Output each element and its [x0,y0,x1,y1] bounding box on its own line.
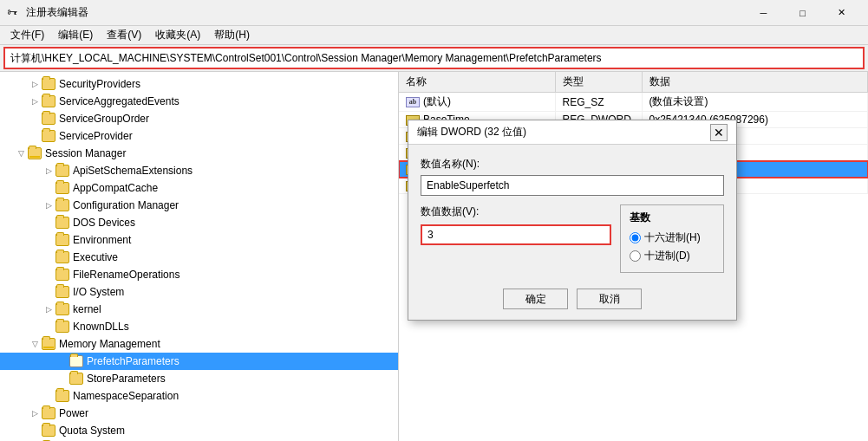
expand-icon [28,424,42,438]
expand-icon: ▽ [14,146,28,160]
expand-icon: ▷ [28,77,42,91]
folder-icon [55,390,69,402]
address-bar[interactable]: 计算机\HKEY_LOCAL_MACHINE\SYSTEM\ControlSet… [3,47,865,69]
tree-item-service-group[interactable]: ServiceGroupOrder [0,110,398,127]
expand-icon [28,112,42,126]
tree-item-apiset[interactable]: ▷ ApiSetSchemaExtensions [0,162,398,179]
tree-label: Environment [73,234,131,246]
tree-label: ApiSetSchemaExtensions [73,165,193,177]
col-type[interactable]: 类型 [555,72,642,93]
tree-item-memory-management[interactable]: ▽ Memory Management [0,335,398,353]
expand-icon: ▷ [42,164,55,178]
tree-item-kernel[interactable]: ▷ kernel [0,301,398,318]
expand-icon [42,389,55,403]
col-data[interactable]: 数据 [642,72,868,93]
radix-group: 基数 十六进制(H) 十进制(D) [620,204,724,273]
tree-item-security-providers[interactable]: ▷ SecurityProviders [0,75,398,93]
value-label: 数值数据(V): [421,204,479,219]
expand-icon [28,129,42,143]
tree-item-dos-devices[interactable]: DOS Devices [0,214,398,231]
radix-label: 基数 [630,211,715,225]
tree-label: StoreParameters [87,373,166,385]
cancel-button[interactable]: 取消 [577,289,642,309]
menu-favorites[interactable]: 收藏夹(A) [148,26,207,44]
value-input[interactable] [421,224,611,245]
title-bar: 🗝 注册表编辑器 ─ □ ✕ [0,0,868,26]
tree-label: I/O System [73,286,124,298]
folder-icon [55,234,69,246]
tree-item-service-aggregated[interactable]: ▷ ServiceAggregatedEvents [0,93,398,110]
radio-hex-label: 十六进制(H) [644,230,701,245]
folder-icon [55,199,69,211]
tree-item-store-parameters[interactable]: StoreParameters [0,370,398,387]
tree-item-service-provider[interactable]: ServiceProvider [0,127,398,145]
tree-item-known-dlls[interactable]: KnownDLLs [0,318,398,335]
tree-item-namespace[interactable]: NamespaceSeparation [0,387,398,405]
folder-icon [55,165,69,177]
menu-view[interactable]: 查看(V) [100,26,148,44]
tree-label: Executive [73,251,118,263]
dialog-row: 数值数据(V): 基数 十六进制(H) [421,204,724,273]
tree-item-environment[interactable]: Environment [0,231,398,249]
minimize-button[interactable]: ─ [744,0,783,26]
app-icon: 🗝 [7,6,21,20]
folder-icon [42,95,55,107]
close-button[interactable]: ✕ [822,0,861,26]
folder-icon [42,130,55,142]
tree-item-appcompat[interactable]: AppCompatCache [0,179,398,197]
dialog-buttons: 确定 取消 [408,282,736,320]
expand-icon [42,233,55,247]
folder-icon [42,407,55,419]
tree-item-configuration-manager[interactable]: ▷ Configuration Manager [0,197,398,214]
tree-item-filerename[interactable]: FileRenameOperations [0,266,398,283]
dialog-left: 数值数据(V): [421,204,611,273]
tree-item-quota[interactable]: Quota System [0,422,398,439]
reg-data: (数值未设置) [642,93,868,112]
tree-item-power[interactable]: ▷ Power [0,405,398,422]
tree-label: AppCompatCache [73,182,158,194]
menu-file[interactable]: 文件(F) [3,26,51,44]
table-row[interactable]: ab(默认)REG_SZ(数值未设置) [399,93,868,112]
dialog-close-button[interactable]: ✕ [710,124,728,141]
folder-icon [55,321,69,333]
col-name[interactable]: 名称 [399,72,555,93]
main-content: ▷ SecurityProviders ▷ ServiceAggregatedE… [0,71,868,441]
folder-icon [69,355,83,367]
folder-icon [42,425,55,437]
expand-icon [42,285,55,299]
tree-item-executive[interactable]: Executive [0,249,398,266]
tree-label: SecurityProviders [59,78,140,90]
menu-bar: 文件(F) 编辑(E) 查看(V) 收藏夹(A) 帮助(H) [0,26,868,45]
expand-icon: ▷ [42,302,55,316]
expand-icon: ▷ [42,198,55,212]
expand-icon [42,250,55,264]
tree-label: FileRenameOperations [73,269,179,281]
title-bar-buttons: ─ □ ✕ [744,0,861,26]
tree-item-io-system[interactable]: I/O System [0,283,398,301]
name-input[interactable] [421,175,724,196]
maximize-button[interactable]: □ [783,0,822,26]
menu-edit[interactable]: 编辑(E) [51,26,100,44]
tree-label: Session Manager [45,147,126,159]
folder-icon [55,217,69,229]
radio-dec[interactable]: 十进制(D) [630,249,715,263]
menu-help[interactable]: 帮助(H) [207,26,257,44]
name-label: 数值名称(N): [421,157,724,172]
tree-panel[interactable]: ▷ SecurityProviders ▷ ServiceAggregatedE… [0,72,399,441]
title-bar-text: 注册表编辑器 [26,5,744,20]
folder-icon [55,286,69,298]
tree-label: kernel [73,303,101,315]
tree-label: NamespaceSeparation [73,390,179,402]
expand-icon: ▷ [28,406,42,420]
expand-icon [55,354,69,368]
dialog-body: 数值名称(N): 数值数据(V): 基数 [408,145,736,282]
tree-item-prefetch-parameters[interactable]: PrefetchParameters [0,353,398,370]
reg-type: REG_SZ [555,93,642,112]
radio-hex[interactable]: 十六进制(H) [630,230,715,245]
folder-icon [55,269,69,281]
tree-item-session-manager[interactable]: ▽ Session Manager [0,145,398,162]
confirm-button[interactable]: 确定 [503,289,568,309]
folder-icon [42,78,55,90]
reg-icon: ab [406,97,420,107]
folder-open-icon [28,147,42,159]
